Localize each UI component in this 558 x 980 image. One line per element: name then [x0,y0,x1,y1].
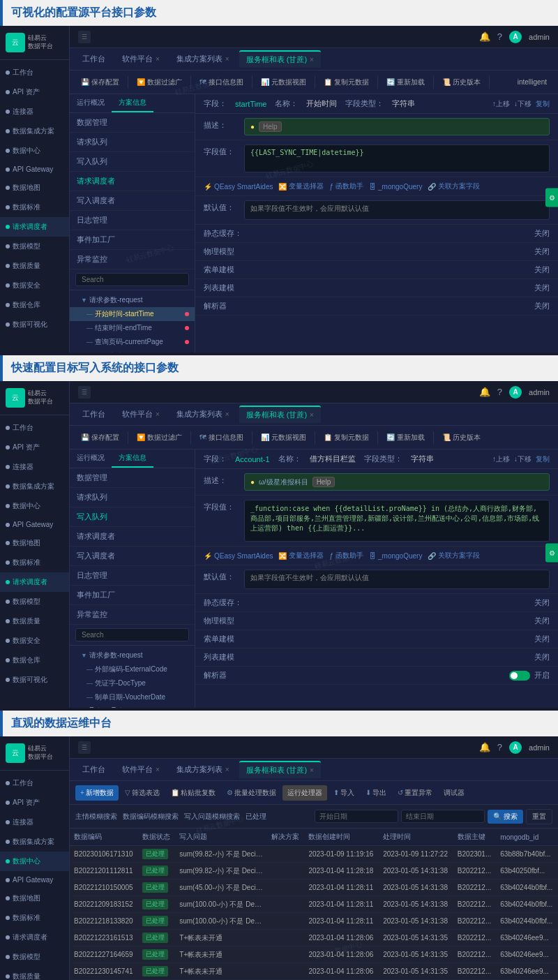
nav-monitor-2[interactable]: 异常监控 [70,605,195,625]
sidebar-item-sched3[interactable]: 请求调度者 [0,928,69,947]
menu-icon-3[interactable]: ☰ [78,741,91,754]
field-value-input[interactable]: {{LAST_SYNC_TIME|datetime}} [244,144,550,172]
sidebar-item-gateway[interactable]: API Gateway [0,161,69,178]
history-btn-2[interactable]: 📜历史版本 [437,430,486,445]
sidebar-item-connector[interactable]: 连接器 [0,102,69,121]
bell-icon-3[interactable]: 🔔 [479,742,490,752]
add-data-btn[interactable]: +新增数据 [75,785,119,801]
sidebar-item-workbench[interactable]: 工作台 [0,63,69,82]
sidebar-item-dc3[interactable]: 数据中心 [0,852,69,871]
tab-wb3[interactable]: 工作台 [75,762,112,778]
nav-scheduler[interactable]: 请求调度者 [70,172,195,191]
sidebar-item-conn3[interactable]: 连接器 [0,812,69,832]
sidebar-item-api3[interactable]: API 资产 [0,793,69,812]
save-config-btn[interactable]: 💾保存配置 [75,75,125,90]
nav-request-queue[interactable]: 请求队列 [70,133,195,152]
sidebar-item-visualization[interactable]: 数据可视化 [0,315,69,334]
default-value-area[interactable]: 如果字段值不生效时，会应用默认认值 [244,200,550,220]
sidebar-item-wb2[interactable]: 工作台 [0,418,69,438]
tab-workbench-1[interactable]: 工作台 [75,51,112,67]
sidebar-item-wb3[interactable]: 工作台 [0,773,69,793]
sidebar-item-conn2[interactable]: 连接器 [0,457,69,477]
nav-tab-info[interactable]: 方案信息 [112,94,153,112]
sidebar-item-dm2[interactable]: 数据地图 [0,533,69,553]
nav-write-scheduler[interactable]: 写入调度者 [70,191,195,211]
reload-btn-2[interactable]: 🔄重新加载 [381,430,430,445]
nav-sched-2[interactable]: 请求调度者 [70,527,195,547]
td-code-4[interactable]: B20221218133820 [70,913,138,930]
help-icon-2[interactable]: ? [497,387,502,397]
copy-meta-btn[interactable]: 📋复制元数据 [318,75,375,90]
data-filter-btn-2[interactable]: 🔽数据过滤广 [131,430,188,445]
bell-icon-2[interactable]: 🔔 [479,387,490,397]
tree-item-starttime[interactable]: — 开始时间-startTime [70,307,195,321]
sidebar-item-qual2[interactable]: 数据质量 [0,611,69,631]
sidebar-item-sched2[interactable]: 请求调度者 [0,572,69,592]
td-code-0[interactable]: B20230106171310 [70,846,138,863]
search-btn[interactable]: 🔍 搜索 [488,810,523,824]
sidebar-item-dm3[interactable]: 数据地图 [0,889,69,908]
help-badge-2[interactable]: Help [312,477,335,487]
nav-tab-info-2[interactable]: 方案信息 [112,450,153,468]
action-mongo[interactable]: 🗄_mongoQuery [369,181,422,191]
sidebar-item-integration[interactable]: 数据集成方案 [0,121,69,141]
sidebar-item-gw3[interactable]: API Gateway [0,871,69,889]
td-code-1[interactable]: B20221201112811 [70,863,138,879]
export-btn[interactable]: ⬇导出 [361,785,391,801]
nav-data-mgmt[interactable]: 数据管理 [70,113,195,133]
field-value-input-2[interactable]: _function:case when {{detailList.proName… [244,500,550,542]
nav-wq-2[interactable]: 写入队列 [70,507,195,527]
nav-logs[interactable]: 日志管理 [70,211,195,230]
sidebar-item-std2[interactable]: 数据标准 [0,553,69,572]
data-filter-btn[interactable]: 🔽数据过滤广 [131,75,188,90]
tree-item-currentpage[interactable]: — 查询页码-currentPage [70,335,195,349]
tab-sol2[interactable]: 集成方案列表× [169,406,236,422]
tree-item-endtime[interactable]: — 结束时间-endTime [70,321,195,335]
bell-icon[interactable]: 🔔 [479,31,490,42]
search-input-1[interactable] [75,273,189,286]
admin-avatar-2[interactable]: A [509,386,522,399]
nav-monitor[interactable]: 异常监控 [70,250,195,269]
action-qeasy-2[interactable]: ⚡QEasy SmartAides [204,551,273,560]
debugger-btn[interactable]: 调试器 [439,785,469,801]
sidebar-item-standard[interactable]: 数据标准 [0,198,69,217]
tab-sol3[interactable]: 集成方案列表× [169,762,236,778]
help-icon-3[interactable]: ? [497,742,502,752]
help-badge-1[interactable]: Help [259,121,282,132]
settings-side-btn-1[interactable]: ⚙ [545,188,558,207]
admin-avatar[interactable]: A [509,31,522,43]
interface-map-btn[interactable]: 🗺接口信息图 [194,75,249,90]
paste-batch-btn[interactable]: 📋粘贴批复数 [166,785,220,801]
sidebar-item-datamap[interactable]: 数据地图 [0,178,69,198]
nav-data-mgmt-2[interactable]: 数据管理 [70,468,195,488]
nav-events[interactable]: 事件加工厂 [70,230,195,250]
start-date-input[interactable] [315,810,398,823]
sidebar-item-scheduler[interactable]: 请求调度者 [0,217,69,237]
action-relate-2[interactable]: 🔗关联方案字段 [428,551,480,560]
nav-tab-overview[interactable]: 运行概况 [70,94,112,112]
action-mongo-2[interactable]: 🗄_mongoQuery [369,551,422,560]
tab-service-1[interactable]: 服务框和表 (甘蔗)× [239,50,321,68]
action-variable-2[interactable]: 🔀变量选择器 [278,551,324,560]
nav-events-2[interactable]: 事件加工厂 [70,586,195,605]
sidebar-item-gw2[interactable]: API Gateway [0,516,69,533]
sidebar-item-model3[interactable]: 数据模型 [0,947,69,967]
import-btn[interactable]: ⬆导入 [329,785,359,801]
sidebar-item-datacenter[interactable]: 数据中心 [0,141,69,161]
default-value-area-2[interactable]: 如果字段值不生效时，会应用默认认值 [244,570,550,589]
up-btn[interactable]: ↑上移 [492,99,510,109]
history-btn[interactable]: 📜历史版本 [437,75,486,90]
tree2-extcode[interactable]: —外部编码-ExternalCode [70,662,195,676]
help-icon[interactable]: ? [497,31,502,42]
parser-toggle-2[interactable] [509,671,530,681]
sidebar-item-security[interactable]: 数据安全 [0,276,69,295]
tab-sw3[interactable]: 软件平台× [115,762,167,778]
tree2-doctype[interactable]: —凭证字-DocType [70,676,195,690]
tab-sw2[interactable]: 软件平台× [115,406,167,422]
tab-solutions-1[interactable]: 集成方案列表× [169,51,236,67]
nav-write-queue[interactable]: 写入队列 [70,152,195,172]
run-processor-btn[interactable]: 运行处理器 [282,785,327,801]
sidebar-item-int3[interactable]: 数据集成方案 [0,832,69,852]
nav-wsched-2[interactable]: 写入调度者 [70,547,195,566]
reload-btn[interactable]: 🔄重新加载 [381,75,430,90]
